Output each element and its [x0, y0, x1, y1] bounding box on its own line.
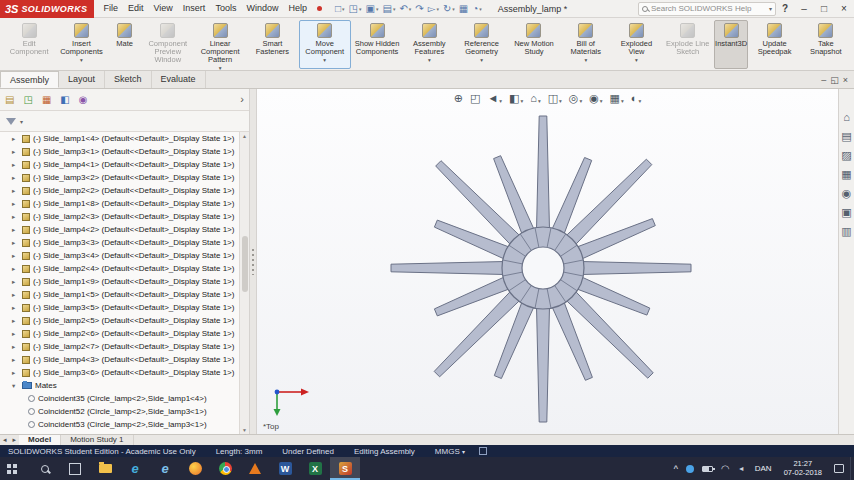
vlc-icon[interactable] — [240, 457, 270, 480]
command-tab[interactable]: Sketch — [105, 71, 152, 88]
command-tab[interactable]: Evaluate — [152, 71, 206, 88]
tree-component-item[interactable]: ▸ (-) Side_lamp3<4> (Default<<Default>_D… — [0, 249, 239, 262]
take-snapshot-button[interactable]: Take Snapshot — [801, 20, 851, 69]
start-button[interactable] — [0, 457, 30, 480]
file-explorer-pane-icon[interactable]: ▨ — [841, 149, 851, 161]
update-speedpak-button[interactable]: Update Speedpak — [748, 20, 800, 69]
expand-arrow-icon[interactable]: ▸ — [12, 213, 19, 221]
menu-item[interactable]: Tools — [210, 0, 241, 17]
custom-properties-icon[interactable]: ▣ — [841, 206, 851, 218]
battery-icon[interactable] — [702, 466, 713, 472]
solidworks-forum-icon[interactable]: ▥ — [841, 225, 851, 237]
menu-item[interactable]: Help — [283, 0, 312, 17]
doc-close-button[interactable]: × — [843, 75, 848, 85]
displaymanager-tab-icon[interactable]: ◉ — [79, 94, 88, 105]
splitter-handle[interactable] — [252, 249, 254, 275]
print-icon[interactable]: ▤▾ — [380, 3, 397, 14]
view-palette-icon[interactable]: ▦ — [841, 168, 851, 180]
tree-component-item[interactable]: ▸ (-) Side_lamp2<5> (Default<<Default>_D… — [0, 314, 239, 327]
new-motion-study-button[interactable]: New Motion Study — [508, 20, 560, 69]
edit-appearance-icon[interactable]: ◉▾ — [589, 92, 602, 104]
component-preview-window-button[interactable]: Component Preview Window — [142, 20, 194, 69]
tree-component-item[interactable]: ▸ (-) Side_lamp1<9> (Default<<Default>_D… — [0, 275, 239, 288]
show-desktop-strip[interactable] — [850, 457, 854, 480]
expand-arrow-icon[interactable]: ▸ — [12, 278, 19, 286]
expand-arrow-icon[interactable]: ▸ — [12, 330, 19, 338]
assembly-features-button[interactable]: Assembly Features ▾ — [403, 20, 455, 69]
tree-component-item[interactable]: ▸ (-) Side_lamp1<4> (Default<<Default>_D… — [0, 132, 239, 145]
tree-scrollbar[interactable]: ▲ ▼ — [239, 132, 249, 434]
help-icon[interactable]: ? — [782, 3, 788, 14]
tree-component-item[interactable]: ▸ (-) Side_lamp1<5> (Default<<Default>_D… — [0, 288, 239, 301]
maximize-button[interactable]: □ — [814, 0, 834, 18]
assembly-model[interactable] — [257, 89, 838, 434]
zoom-fit-icon[interactable]: ⊕ — [454, 92, 463, 104]
previous-view-icon[interactable]: ◄▾ — [487, 92, 502, 104]
smart-fasteners-button[interactable]: Smart Fasteners — [246, 20, 298, 69]
linear-component-pattern-button[interactable]: Linear Component Pattern ▾ — [194, 20, 246, 69]
expand-arrow-icon[interactable]: ▾ — [12, 382, 19, 390]
command-tab[interactable]: Assembly — [0, 71, 59, 88]
excel-icon[interactable]: X — [300, 457, 330, 480]
scroll-up-icon[interactable]: ▲ — [242, 132, 247, 140]
menu-item[interactable]: Window — [241, 0, 283, 17]
reference-geometry-button[interactable]: Reference Geometry ▾ — [456, 20, 508, 69]
doc-minimize-button[interactable]: – — [821, 75, 826, 85]
zoom-area-icon[interactable]: ◰ — [470, 92, 480, 104]
edit-component-button[interactable]: Edit Component — [3, 20, 55, 69]
solidworks-icon[interactable]: S — [330, 457, 360, 480]
mate-item[interactable]: Coincident35 (Circle_lamp<2>,Side_lamp1<… — [0, 392, 239, 405]
task-view-button[interactable] — [60, 457, 90, 480]
menu-item[interactable]: Insert — [178, 0, 211, 17]
internet-explorer-icon[interactable]: e — [150, 457, 180, 480]
expand-arrow-icon[interactable]: ▸ — [12, 135, 19, 143]
open-file-icon[interactable]: ◳▾ — [346, 3, 363, 14]
expand-arrow-icon[interactable]: ▸ — [12, 252, 19, 260]
file-properties-icon[interactable]: ▦ — [457, 3, 470, 14]
expand-arrow-icon[interactable]: ▸ — [12, 369, 19, 377]
mate-button[interactable]: Mate — [108, 20, 142, 69]
tree-component-item[interactable]: ▸ (-) Side_lamp1<8> (Default<<Default>_D… — [0, 197, 239, 210]
close-button[interactable]: × — [834, 0, 854, 18]
menu-item[interactable]: Edit — [123, 0, 149, 17]
tree-component-item[interactable]: ▸ (-) Side_lamp3<1> (Default<<Default>_D… — [0, 145, 239, 158]
expand-arrow-icon[interactable]: ▸ — [12, 239, 19, 247]
graphics-viewport[interactable]: ⊕◰◄▾◧▾⌂▾◫▾◎▾◉▾▦▾◐▾ *Top — [257, 89, 838, 434]
dimxpertmanager-tab-icon[interactable]: ◧ — [60, 94, 69, 105]
save-icon[interactable]: ▣▾ — [363, 3, 380, 14]
menu-item[interactable]: File — [98, 0, 123, 17]
tree-component-item[interactable]: ▸ (-) Side_lamp3<3> (Default<<Default>_D… — [0, 236, 239, 249]
show-hidden-components-button[interactable]: Show Hidden Components — [351, 20, 403, 69]
menu-item[interactable]: View — [149, 0, 178, 17]
panel-collapse-arrow[interactable]: › — [240, 94, 244, 105]
tab-scroll-right-icon[interactable]: ▸ — [10, 435, 20, 445]
taskbar-search-button[interactable] — [30, 457, 60, 480]
filter-funnel-icon[interactable] — [6, 118, 16, 125]
edge-icon[interactable]: e — [120, 457, 150, 480]
expand-arrow-icon[interactable]: ▸ — [12, 343, 19, 351]
tree-component-item[interactable]: ▸ (-) Side_lamp3<6> (Default<<Default>_D… — [0, 366, 239, 379]
insert-components-button[interactable]: Insert Components ▾ — [55, 20, 107, 69]
panel-splitter[interactable] — [250, 89, 257, 434]
configurationmanager-tab-icon[interactable]: ▦ — [42, 94, 51, 105]
bottom-tab[interactable]: Motion Study 1 — [61, 435, 133, 445]
scroll-thumb[interactable] — [242, 236, 248, 292]
expand-arrow-icon[interactable]: ▸ — [12, 304, 19, 312]
file-explorer-icon[interactable] — [90, 457, 120, 480]
onedrive-icon[interactable] — [686, 465, 694, 473]
network-icon[interactable]: ◠ — [721, 465, 730, 473]
rebuild-icon[interactable]: ↻▾ — [441, 3, 457, 14]
chrome-icon[interactable] — [210, 457, 240, 480]
view-settings-icon[interactable]: ◐▾ — [631, 92, 641, 104]
pin-icon[interactable] — [317, 6, 322, 11]
explode-line-sketch-button[interactable]: Explode Line Sketch — [662, 20, 714, 69]
options-icon[interactable]: ◔▾ — [470, 3, 484, 14]
expand-arrow-icon[interactable]: ▸ — [12, 187, 19, 195]
scroll-down-icon[interactable]: ▼ — [242, 426, 247, 434]
tree-component-item[interactable]: ▸ (-) Side_lamp2<4> (Default<<Default>_D… — [0, 262, 239, 275]
tab-scroll-left-icon[interactable]: ◂ — [0, 435, 10, 445]
status-grid-icon[interactable] — [479, 447, 487, 455]
expand-arrow-icon[interactable]: ▸ — [12, 161, 19, 169]
tree-component-item[interactable]: ▸ (-) Side_lamp3<5> (Default<<Default>_D… — [0, 301, 239, 314]
units-selector[interactable]: MMGS ▾ — [435, 447, 465, 456]
